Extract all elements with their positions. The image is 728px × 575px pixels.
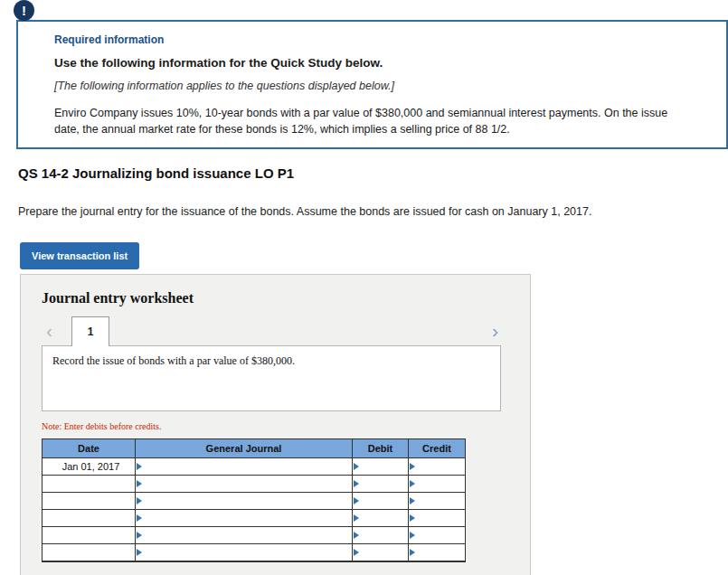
next-entry-chevron-icon[interactable]: › <box>492 317 498 344</box>
credit-cell[interactable] <box>409 544 466 562</box>
worksheet-nav: ‹ 1 › <box>42 316 501 345</box>
date-cell <box>43 493 136 510</box>
credit-cell[interactable] <box>409 527 466 544</box>
journal-row <box>43 493 466 510</box>
journal-cell[interactable] <box>136 493 353 510</box>
edit-marker-icon <box>410 514 415 522</box>
date-cell: Jan 01, 2017 <box>43 458 136 476</box>
edit-marker-icon <box>137 497 142 504</box>
debits-before-credits-note: Note: Enter debits before credits. <box>42 421 530 431</box>
credit-cell[interactable] <box>409 458 466 476</box>
question-heading: QS 14-2 Journalizing bond issuance LO P1 <box>18 165 294 181</box>
debit-cell[interactable] <box>353 476 409 493</box>
date-cell <box>43 544 136 562</box>
edit-marker-icon <box>354 514 359 522</box>
alert-icon: ! <box>14 0 34 21</box>
journal-row <box>43 476 466 493</box>
required-info-box: Required information Use the following i… <box>16 20 728 149</box>
worksheet-title: Journal entry worksheet <box>42 290 530 306</box>
edit-marker-icon <box>354 497 359 504</box>
edit-marker-icon <box>354 532 359 539</box>
journal-header-row: Date General Journal Debit Credit <box>43 439 466 458</box>
debit-cell[interactable] <box>353 493 409 510</box>
prev-entry-chevron-icon[interactable]: ‹ <box>46 317 52 344</box>
required-info-subtitle: [The following information applies to th… <box>54 80 708 92</box>
debit-column-header: Debit <box>353 439 409 458</box>
edit-marker-icon <box>354 480 359 487</box>
required-info-label: Required information <box>54 33 708 46</box>
journal-row <box>43 527 466 544</box>
general-journal-table: Date General Journal Debit Credit Jan 01… <box>42 438 466 562</box>
general-journal-column-header: General Journal <box>136 439 353 458</box>
journal-entry-worksheet-panel: Journal entry worksheet ‹ 1 › Record the… <box>20 274 531 575</box>
journal-cell[interactable] <box>136 476 353 493</box>
edit-marker-icon <box>354 463 359 470</box>
date-cell-value: Jan 01, 2017 <box>62 461 120 472</box>
edit-marker-icon <box>137 514 142 522</box>
credit-column-header: Credit <box>409 439 466 458</box>
date-cell <box>43 527 136 544</box>
edit-marker-icon <box>137 463 142 470</box>
required-info-title: Use the following information for the Qu… <box>54 56 708 70</box>
view-transaction-list-button[interactable]: View transaction list <box>20 242 139 269</box>
credit-cell[interactable] <box>409 510 466 527</box>
edit-marker-icon <box>410 463 415 470</box>
edit-marker-icon <box>137 480 142 487</box>
required-info-body: Enviro Company issues 10%, 10-year bonds… <box>54 105 692 137</box>
edit-marker-icon <box>137 532 142 539</box>
debit-cell[interactable] <box>353 510 409 527</box>
debit-cell[interactable] <box>353 544 409 562</box>
edit-marker-icon <box>354 549 359 556</box>
edit-marker-icon <box>410 497 415 504</box>
question-instruction: Prepare the journal entry for the issuan… <box>18 205 591 218</box>
entry-prompt-text: Record the issue of bonds with a par val… <box>52 354 295 367</box>
journal-cell[interactable] <box>136 544 353 562</box>
date-column-header: Date <box>43 439 136 458</box>
debit-cell[interactable] <box>353 458 409 476</box>
journal-row <box>43 510 466 527</box>
edit-marker-icon <box>410 480 415 487</box>
entry-tab-1[interactable]: 1 <box>71 316 109 346</box>
journal-row: Jan 01, 2017 <box>43 458 466 476</box>
credit-cell[interactable] <box>409 493 466 510</box>
edit-marker-icon <box>137 549 142 556</box>
date-cell <box>43 510 136 527</box>
credit-cell[interactable] <box>409 476 466 493</box>
journal-row <box>43 544 466 562</box>
date-cell <box>43 476 136 493</box>
debit-cell[interactable] <box>353 527 409 544</box>
edit-marker-icon <box>410 549 415 556</box>
journal-cell[interactable] <box>136 527 353 544</box>
journal-cell[interactable] <box>136 510 353 527</box>
entry-prompt-box: Record the issue of bonds with a par val… <box>42 345 501 411</box>
journal-cell[interactable] <box>136 458 353 476</box>
edit-marker-icon <box>410 532 415 539</box>
